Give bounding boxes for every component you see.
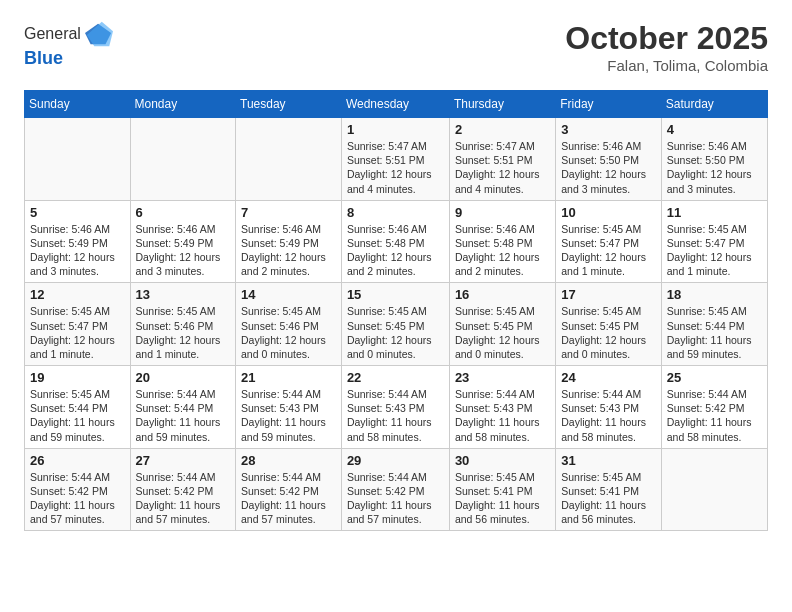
day-number: 28	[241, 453, 336, 468]
day-info: Sunrise: 5:46 AM Sunset: 5:50 PM Dayligh…	[667, 139, 762, 196]
calendar-cell: 27Sunrise: 5:44 AM Sunset: 5:42 PM Dayli…	[130, 448, 236, 531]
day-number: 30	[455, 453, 550, 468]
header: General Blue October 2025 Falan, Tolima,…	[24, 20, 768, 74]
calendar-cell: 9Sunrise: 5:46 AM Sunset: 5:48 PM Daylig…	[449, 200, 555, 283]
day-info: Sunrise: 5:44 AM Sunset: 5:42 PM Dayligh…	[136, 470, 231, 527]
day-number: 8	[347, 205, 444, 220]
day-info: Sunrise: 5:45 AM Sunset: 5:47 PM Dayligh…	[30, 304, 125, 361]
day-info: Sunrise: 5:45 AM Sunset: 5:45 PM Dayligh…	[455, 304, 550, 361]
day-number: 10	[561, 205, 656, 220]
day-number: 14	[241, 287, 336, 302]
logo: General Blue	[24, 20, 113, 69]
calendar-cell: 23Sunrise: 5:44 AM Sunset: 5:43 PM Dayli…	[449, 366, 555, 449]
day-number: 12	[30, 287, 125, 302]
day-number: 2	[455, 122, 550, 137]
day-info: Sunrise: 5:46 AM Sunset: 5:50 PM Dayligh…	[561, 139, 656, 196]
day-info: Sunrise: 5:45 AM Sunset: 5:45 PM Dayligh…	[347, 304, 444, 361]
day-info: Sunrise: 5:44 AM Sunset: 5:43 PM Dayligh…	[455, 387, 550, 444]
day-number: 5	[30, 205, 125, 220]
day-info: Sunrise: 5:45 AM Sunset: 5:41 PM Dayligh…	[455, 470, 550, 527]
day-number: 17	[561, 287, 656, 302]
day-info: Sunrise: 5:45 AM Sunset: 5:46 PM Dayligh…	[136, 304, 231, 361]
calendar-page: General Blue October 2025 Falan, Tolima,…	[0, 0, 792, 551]
day-number: 24	[561, 370, 656, 385]
day-number: 6	[136, 205, 231, 220]
day-info: Sunrise: 5:45 AM Sunset: 5:44 PM Dayligh…	[30, 387, 125, 444]
calendar-cell: 20Sunrise: 5:44 AM Sunset: 5:44 PM Dayli…	[130, 366, 236, 449]
calendar-week-row: 5Sunrise: 5:46 AM Sunset: 5:49 PM Daylig…	[25, 200, 768, 283]
calendar-cell: 14Sunrise: 5:45 AM Sunset: 5:46 PM Dayli…	[236, 283, 342, 366]
day-info: Sunrise: 5:44 AM Sunset: 5:43 PM Dayligh…	[241, 387, 336, 444]
day-info: Sunrise: 5:44 AM Sunset: 5:42 PM Dayligh…	[241, 470, 336, 527]
calendar-cell: 18Sunrise: 5:45 AM Sunset: 5:44 PM Dayli…	[661, 283, 767, 366]
day-info: Sunrise: 5:46 AM Sunset: 5:49 PM Dayligh…	[30, 222, 125, 279]
calendar-cell: 24Sunrise: 5:44 AM Sunset: 5:43 PM Dayli…	[556, 366, 662, 449]
day-info: Sunrise: 5:47 AM Sunset: 5:51 PM Dayligh…	[347, 139, 444, 196]
calendar-cell: 26Sunrise: 5:44 AM Sunset: 5:42 PM Dayli…	[25, 448, 131, 531]
weekday-header-row: SundayMondayTuesdayWednesdayThursdayFrid…	[25, 91, 768, 118]
calendar-week-row: 12Sunrise: 5:45 AM Sunset: 5:47 PM Dayli…	[25, 283, 768, 366]
day-info: Sunrise: 5:44 AM Sunset: 5:42 PM Dayligh…	[667, 387, 762, 444]
day-info: Sunrise: 5:46 AM Sunset: 5:49 PM Dayligh…	[136, 222, 231, 279]
day-number: 25	[667, 370, 762, 385]
day-number: 13	[136, 287, 231, 302]
calendar-title: October 2025	[565, 20, 768, 57]
calendar-cell	[130, 118, 236, 201]
day-number: 23	[455, 370, 550, 385]
day-number: 20	[136, 370, 231, 385]
calendar-table: SundayMondayTuesdayWednesdayThursdayFrid…	[24, 90, 768, 531]
logo-general-text: General	[24, 25, 81, 43]
calendar-cell: 3Sunrise: 5:46 AM Sunset: 5:50 PM Daylig…	[556, 118, 662, 201]
calendar-cell: 5Sunrise: 5:46 AM Sunset: 5:49 PM Daylig…	[25, 200, 131, 283]
weekday-header-friday: Friday	[556, 91, 662, 118]
calendar-cell	[661, 448, 767, 531]
calendar-cell: 25Sunrise: 5:44 AM Sunset: 5:42 PM Dayli…	[661, 366, 767, 449]
weekday-header-sunday: Sunday	[25, 91, 131, 118]
calendar-cell: 15Sunrise: 5:45 AM Sunset: 5:45 PM Dayli…	[341, 283, 449, 366]
calendar-cell: 6Sunrise: 5:46 AM Sunset: 5:49 PM Daylig…	[130, 200, 236, 283]
weekday-header-monday: Monday	[130, 91, 236, 118]
day-number: 31	[561, 453, 656, 468]
day-number: 1	[347, 122, 444, 137]
day-info: Sunrise: 5:45 AM Sunset: 5:41 PM Dayligh…	[561, 470, 656, 527]
calendar-cell: 19Sunrise: 5:45 AM Sunset: 5:44 PM Dayli…	[25, 366, 131, 449]
calendar-week-row: 26Sunrise: 5:44 AM Sunset: 5:42 PM Dayli…	[25, 448, 768, 531]
day-info: Sunrise: 5:45 AM Sunset: 5:44 PM Dayligh…	[667, 304, 762, 361]
calendar-cell: 16Sunrise: 5:45 AM Sunset: 5:45 PM Dayli…	[449, 283, 555, 366]
calendar-cell	[25, 118, 131, 201]
calendar-cell: 31Sunrise: 5:45 AM Sunset: 5:41 PM Dayli…	[556, 448, 662, 531]
title-block: October 2025 Falan, Tolima, Colombia	[565, 20, 768, 74]
calendar-cell	[236, 118, 342, 201]
calendar-cell: 4Sunrise: 5:46 AM Sunset: 5:50 PM Daylig…	[661, 118, 767, 201]
calendar-cell: 13Sunrise: 5:45 AM Sunset: 5:46 PM Dayli…	[130, 283, 236, 366]
calendar-cell: 29Sunrise: 5:44 AM Sunset: 5:42 PM Dayli…	[341, 448, 449, 531]
calendar-cell: 8Sunrise: 5:46 AM Sunset: 5:48 PM Daylig…	[341, 200, 449, 283]
day-info: Sunrise: 5:44 AM Sunset: 5:43 PM Dayligh…	[561, 387, 656, 444]
day-info: Sunrise: 5:46 AM Sunset: 5:48 PM Dayligh…	[347, 222, 444, 279]
logo-blue-text: Blue	[24, 48, 113, 69]
day-info: Sunrise: 5:45 AM Sunset: 5:47 PM Dayligh…	[561, 222, 656, 279]
day-number: 26	[30, 453, 125, 468]
day-number: 29	[347, 453, 444, 468]
calendar-week-row: 19Sunrise: 5:45 AM Sunset: 5:44 PM Dayli…	[25, 366, 768, 449]
day-info: Sunrise: 5:47 AM Sunset: 5:51 PM Dayligh…	[455, 139, 550, 196]
day-info: Sunrise: 5:44 AM Sunset: 5:42 PM Dayligh…	[30, 470, 125, 527]
day-info: Sunrise: 5:44 AM Sunset: 5:42 PM Dayligh…	[347, 470, 444, 527]
day-number: 27	[136, 453, 231, 468]
day-number: 16	[455, 287, 550, 302]
day-number: 21	[241, 370, 336, 385]
day-number: 4	[667, 122, 762, 137]
weekday-header-thursday: Thursday	[449, 91, 555, 118]
weekday-header-tuesday: Tuesday	[236, 91, 342, 118]
day-number: 3	[561, 122, 656, 137]
calendar-cell: 2Sunrise: 5:47 AM Sunset: 5:51 PM Daylig…	[449, 118, 555, 201]
weekday-header-wednesday: Wednesday	[341, 91, 449, 118]
calendar-cell: 12Sunrise: 5:45 AM Sunset: 5:47 PM Dayli…	[25, 283, 131, 366]
calendar-cell: 30Sunrise: 5:45 AM Sunset: 5:41 PM Dayli…	[449, 448, 555, 531]
day-info: Sunrise: 5:45 AM Sunset: 5:46 PM Dayligh…	[241, 304, 336, 361]
day-number: 22	[347, 370, 444, 385]
day-info: Sunrise: 5:46 AM Sunset: 5:49 PM Dayligh…	[241, 222, 336, 279]
calendar-cell: 1Sunrise: 5:47 AM Sunset: 5:51 PM Daylig…	[341, 118, 449, 201]
day-number: 9	[455, 205, 550, 220]
calendar-cell: 21Sunrise: 5:44 AM Sunset: 5:43 PM Dayli…	[236, 366, 342, 449]
